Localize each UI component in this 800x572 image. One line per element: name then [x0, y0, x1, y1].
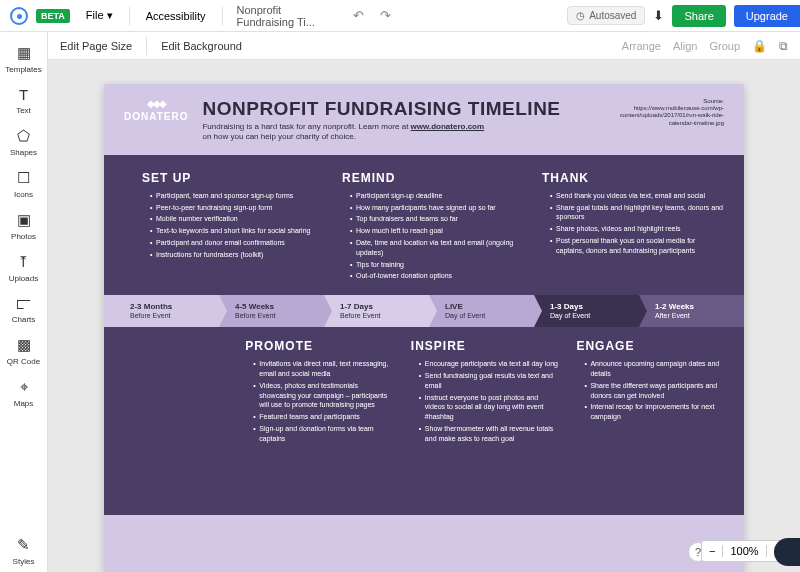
- divider: [222, 7, 223, 25]
- photos-icon: ▣: [17, 211, 31, 229]
- maps-icon: ⌖: [20, 378, 28, 396]
- list-item: Send thank you videos via text, email an…: [550, 191, 724, 201]
- list-item: How much left to reach goal: [350, 226, 524, 236]
- list-item: Encourage participants via text all day …: [419, 359, 559, 369]
- clock-icon: ◷: [576, 10, 585, 21]
- lock-icon[interactable]: 🔒: [752, 39, 767, 53]
- brand-logo: ◆◆◆ DONATERO: [124, 98, 188, 122]
- styles-icon: ✎: [17, 536, 30, 554]
- zoom-out[interactable]: −: [702, 545, 723, 557]
- autosaved-indicator: ◷Autosaved: [567, 6, 645, 25]
- download-button[interactable]: ⬇: [653, 8, 664, 23]
- list-item: Top fundraisers and teams so far: [350, 214, 524, 224]
- document-title-input[interactable]: Nonprofit Fundraising Ti...: [231, 1, 341, 31]
- sidebar-templates[interactable]: ▦Templates: [0, 38, 47, 80]
- doc-title: NONPROFIT FUNDRAISING TIMELINE: [202, 98, 604, 120]
- chat-fab[interactable]: [774, 538, 800, 566]
- col-thank: THANK Send thank you videos via text, em…: [542, 171, 724, 283]
- list-item: Internal recap for improvements for next…: [584, 402, 724, 422]
- list-item: Instruct everyone to post photos and vid…: [419, 393, 559, 422]
- list-item: Videos, photos and testimonials showcasi…: [253, 381, 393, 410]
- arrange-menu[interactable]: Arrange: [622, 40, 661, 52]
- canvas[interactable]: ◆◆◆ DONATERO NONPROFIT FUNDRAISING TIMEL…: [48, 60, 800, 572]
- list-item: Share the different ways participants an…: [584, 381, 724, 401]
- list-item: Share goal totals and highlight key team…: [550, 203, 724, 223]
- list-item: Featured teams and participants: [253, 412, 393, 422]
- upgrade-button[interactable]: Upgrade: [734, 5, 800, 27]
- uploads-icon: ⤒: [17, 253, 30, 271]
- file-menu[interactable]: File ▾: [78, 5, 121, 26]
- timeline: 2-3 MonthsBefore Event 4-5 WeeksBefore E…: [104, 295, 744, 327]
- list-item: Sign-up and donation forms via team capt…: [253, 424, 393, 444]
- list-item: Invitations via direct mail, text messag…: [253, 359, 393, 379]
- list-item: Date, time and location via text and ema…: [350, 238, 524, 258]
- col-engage: ENGAGE Announce upcoming campaign dates …: [576, 339, 724, 445]
- undo-button[interactable]: ↶: [349, 8, 368, 23]
- doc-header: ◆◆◆ DONATERO NONPROFIT FUNDRAISING TIMEL…: [104, 84, 744, 155]
- doc-body: SET UP Participant, team and sponsor sig…: [104, 155, 744, 515]
- sidebar-photos[interactable]: ▣Photos: [0, 205, 47, 247]
- share-button[interactable]: Share: [672, 5, 725, 27]
- list-item: Participant and donor email confirmation…: [150, 238, 324, 248]
- col-promote: PROMOTE Invitations via direct mail, tex…: [245, 339, 393, 445]
- list-item: Post personal thank yous on social media…: [550, 236, 724, 256]
- text-icon: T: [19, 86, 28, 103]
- source-citation: Source:https://www.mobilecause.com/wp-co…: [604, 98, 724, 127]
- col-setup: SET UP Participant, team and sponsor sig…: [142, 171, 324, 283]
- sidebar-qrcode[interactable]: ▩QR Code: [0, 330, 47, 372]
- timeline-step-5: 1-3 DaysDay of Event: [534, 295, 639, 327]
- list-item: Peer-to-peer fundraising sign-up form: [150, 203, 324, 213]
- sidebar-text[interactable]: TText: [0, 80, 47, 121]
- list-item: Show thermometer with all revenue totals…: [419, 424, 559, 444]
- qrcode-icon: ▩: [17, 336, 31, 354]
- chevron-down-icon: ▾: [107, 9, 113, 21]
- col-remind: REMIND Participant sign-up deadlineHow m…: [342, 171, 524, 283]
- zoom-level[interactable]: 100%: [723, 545, 766, 557]
- timeline-step-3: 1-7 DaysBefore Event: [324, 295, 429, 327]
- sidebar-charts[interactable]: ⫍Charts: [0, 289, 47, 330]
- copy-icon[interactable]: ⧉: [779, 39, 788, 53]
- accessibility-menu[interactable]: Accessibility: [138, 6, 214, 26]
- doc-subtitle: Fundraising is a hard task for any nonpr…: [202, 122, 604, 143]
- icons-icon: ☐: [17, 169, 30, 187]
- sidebar-maps[interactable]: ⌖Maps: [0, 372, 47, 414]
- timeline-step-6: 1-2 WeeksAfter Event: [639, 295, 744, 327]
- edit-background[interactable]: Edit Background: [161, 40, 242, 52]
- list-item: Announce upcoming campaign dates and det…: [584, 359, 724, 379]
- list-item: Send fundraising goal results via text a…: [419, 371, 559, 391]
- topbar: BETA File ▾ Accessibility Nonprofit Fund…: [0, 0, 800, 32]
- charts-icon: ⫍: [16, 295, 31, 312]
- list-item: Instructions for fundraisers (toolkit): [150, 250, 324, 260]
- sidebar-uploads[interactable]: ⤒Uploads: [0, 247, 47, 289]
- logo-icon: ◆◆◆: [147, 98, 165, 109]
- list-item: Mobile number verification: [150, 214, 324, 224]
- timeline-step-1: 2-3 MonthsBefore Event: [104, 295, 219, 327]
- beta-badge: BETA: [36, 9, 70, 23]
- edit-page-size[interactable]: Edit Page Size: [60, 40, 132, 52]
- divider: [146, 37, 147, 55]
- list-item: Participant sign-up deadline: [350, 191, 524, 201]
- left-sidebar: ▦Templates TText ⬠Shapes ☐Icons ▣Photos …: [0, 32, 48, 572]
- col-inspire: INSPIRE Encourage participants via text …: [411, 339, 559, 445]
- templates-icon: ▦: [17, 44, 31, 62]
- divider: [129, 7, 130, 25]
- sidebar-shapes[interactable]: ⬠Shapes: [0, 121, 47, 163]
- align-menu[interactable]: Align: [673, 40, 697, 52]
- app-logo[interactable]: [10, 7, 28, 25]
- secondary-toolbar: Edit Page Size Edit Background Arrange A…: [48, 32, 800, 60]
- group-menu[interactable]: Group: [709, 40, 740, 52]
- donatero-link: www.donatero.com: [411, 122, 485, 131]
- list-item: Tips for training: [350, 260, 524, 270]
- list-item: Out-of-towner donation options: [350, 271, 524, 281]
- document[interactable]: ◆◆◆ DONATERO NONPROFIT FUNDRAISING TIMEL…: [104, 84, 744, 572]
- timeline-step-4: LIVEDay of Event: [429, 295, 534, 327]
- list-item: Text-to keywords and short links for soc…: [150, 226, 324, 236]
- redo-button[interactable]: ↷: [376, 8, 395, 23]
- timeline-step-2: 4-5 WeeksBefore Event: [219, 295, 324, 327]
- sidebar-styles[interactable]: ✎Styles: [0, 530, 47, 572]
- list-item: Participant, team and sponsor sign-up fo…: [150, 191, 324, 201]
- list-item: Share photos, videos and highlight reels: [550, 224, 724, 234]
- list-item: How many participants have signed up so …: [350, 203, 524, 213]
- shapes-icon: ⬠: [17, 127, 30, 145]
- sidebar-icons[interactable]: ☐Icons: [0, 163, 47, 205]
